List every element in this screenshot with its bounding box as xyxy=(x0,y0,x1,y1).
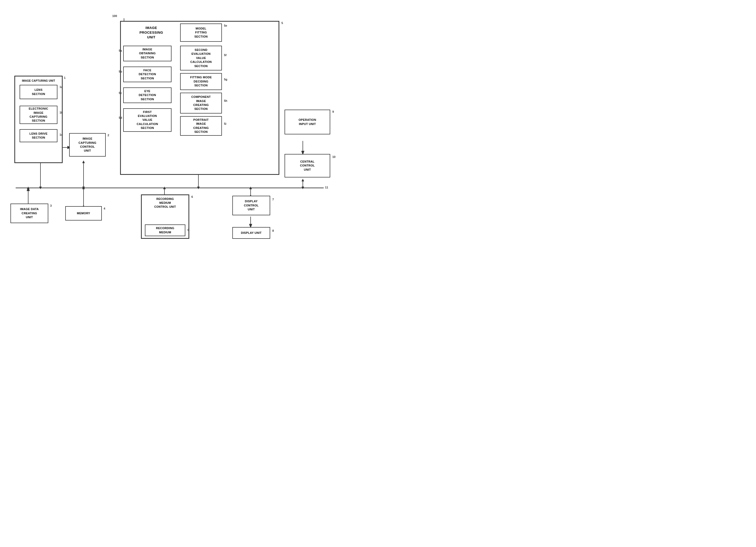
svg-marker-23 xyxy=(302,187,304,189)
cics-label: 5h xyxy=(224,99,227,102)
pics-block: PORTRAITIMAGECREATINGSECTION xyxy=(180,116,222,136)
lens-section-label: 1a xyxy=(60,85,63,88)
memory-block: MEMORY xyxy=(65,206,102,221)
mfs-block: MODELFITTINGSECTION xyxy=(180,23,222,42)
idcu-label: 3 xyxy=(50,204,52,207)
ccu-block: CENTRALCONTROLUNIT xyxy=(285,154,330,177)
lens-drive-label: 1c xyxy=(60,133,63,136)
image-capturing-unit-label: 1 xyxy=(64,76,66,79)
ios-label: 5a xyxy=(119,49,122,52)
svg-marker-6 xyxy=(82,160,85,163)
icc-block: IMAGECAPTURINGCONTROLUNIT xyxy=(69,133,106,157)
rmcu-label: 6 xyxy=(191,195,193,198)
fmds-block: FITTING MODEDECIDINGSECTION xyxy=(180,73,222,90)
diagram-number-label: 100 xyxy=(112,14,117,17)
fmds-label: 5g xyxy=(224,78,227,81)
du-block: DISPLAY UNIT xyxy=(232,227,270,239)
svg-marker-24 xyxy=(302,179,304,181)
rm-block: RECORDINGMEDIUM xyxy=(145,224,185,236)
lens-section-block: LENSSECTION xyxy=(20,85,57,99)
memory-label: 4 xyxy=(104,207,105,210)
elec-image-label: 1b xyxy=(60,111,63,114)
eds-label: 5c xyxy=(119,91,122,94)
fds-block: FACEDETECTIONSECTION xyxy=(123,67,172,82)
svg-marker-14 xyxy=(82,187,85,189)
diagram: 100 1 IMAGE CAPTURING UNIT LENSSECTION 1… xyxy=(0,0,339,248)
dcu-block: DISPLAYCONTROLUNIT xyxy=(232,196,270,215)
fds-label: 5b xyxy=(119,70,122,73)
pics-label: 5i xyxy=(224,122,226,125)
svg-marker-12 xyxy=(27,187,29,189)
fevcs-block: FIRSTEVALUATIONVALUECALCULATIONSECTION xyxy=(123,108,172,132)
ipu-title: IMAGEPROCESSINGUNIT xyxy=(123,23,179,42)
fevcs-label: 5d xyxy=(119,116,122,119)
svg-marker-9 xyxy=(197,187,200,189)
rmcu-title: RECORDINGMEDIUMCONTROL UNIT xyxy=(144,196,187,210)
eds-block: EYEDETECTIONSECTION xyxy=(123,87,172,103)
lens-drive-block: LENS DRIVESECTION xyxy=(20,129,57,142)
idcu-block: IMAGE DATACREATINGUNIT xyxy=(10,204,48,223)
bus-label: 11 xyxy=(325,186,328,189)
elec-image-block: ELECTRONICIMAGECAPTURINGSECTION xyxy=(20,106,57,124)
dcu-label: 7 xyxy=(272,198,274,201)
svg-marker-2 xyxy=(39,187,42,189)
oiu-label: 9 xyxy=(332,110,334,113)
icc-label: 2 xyxy=(108,134,109,137)
svg-marker-20 xyxy=(249,187,252,189)
ccu-label: 10 xyxy=(332,155,335,158)
rm-label: C xyxy=(187,228,190,231)
cics-block: COMPONENTIMAGECREATINGSECTION xyxy=(180,93,222,114)
image-capturing-unit-title: IMAGE CAPTURING UNIT xyxy=(18,77,59,85)
svg-marker-5 xyxy=(82,187,85,189)
sevcs-block: SECONDEVALUATIONVALUECALCULATIONSECTION xyxy=(180,46,222,70)
mfs-label: 5e xyxy=(224,24,227,27)
ipu-label: 5 xyxy=(281,21,283,25)
sevcs-label: 5f xyxy=(224,53,227,57)
du-label: 8 xyxy=(272,229,274,232)
ios-block: IMAGEOBTAININGSECTION xyxy=(123,46,172,61)
oiu-block: OPERATIONINPUT UNIT xyxy=(285,110,330,134)
svg-marker-17 xyxy=(163,187,166,189)
